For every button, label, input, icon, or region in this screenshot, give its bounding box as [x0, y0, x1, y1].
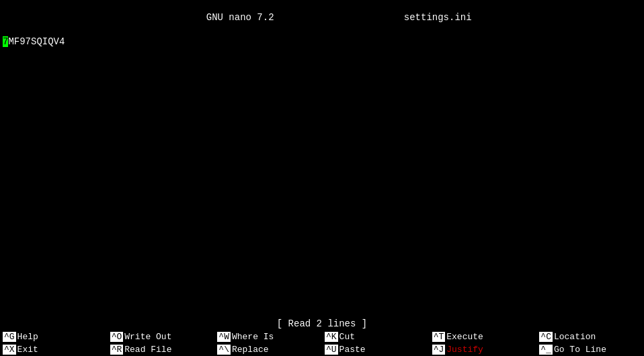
shortcut-replace[interactable]: ^\ Replace: [214, 343, 322, 356]
app-name: GNU nano 7.2: [195, 12, 274, 23]
shortcut-key-read-file: ^R: [110, 345, 124, 355]
shortcut-label-write-out: Write Out: [124, 332, 171, 342]
shortcut-label-justify: Justify: [446, 345, 483, 355]
status-message: [ Read 2 lines ]: [277, 318, 367, 329]
shortcut-write-out[interactable]: ^O Write Out: [108, 330, 215, 343]
editor-area[interactable]: 7MF97SQIQV4: [0, 35, 644, 317]
shortcut-label-help: Help: [17, 332, 38, 342]
shortcut-exit[interactable]: ^X Exit: [0, 343, 108, 356]
shortcut-key-cut: ^K: [325, 332, 338, 342]
shortcut-bar: ^G Help ^O Write Out ^W Where Is ^K Cut …: [0, 330, 644, 356]
shortcut-read-file[interactable]: ^R Read File: [108, 343, 215, 356]
shortcut-key-help: ^G: [3, 332, 16, 342]
filename: settings.ini: [274, 12, 472, 23]
shortcut-key-replace: ^\: [217, 345, 231, 355]
editor-line-text: MF97SQIQV4: [8, 36, 65, 47]
shortcut-label-exit: Exit: [17, 345, 38, 355]
title-bar: GNU nano 7.2 settings.ini: [0, 0, 644, 35]
shortcut-key-where-is: ^W: [217, 332, 231, 342]
shortcut-paste[interactable]: ^U Paste: [322, 343, 430, 356]
shortcut-location[interactable]: ^C Location: [536, 330, 644, 343]
shortcut-key-write-out: ^O: [110, 332, 124, 342]
shortcut-key-location: ^C: [539, 332, 553, 342]
shortcut-justify[interactable]: ^J Justify: [430, 343, 537, 356]
shortcut-help[interactable]: ^G Help: [0, 330, 108, 343]
shortcut-label-read-file: Read File: [124, 345, 171, 355]
shortcut-where-is[interactable]: ^W Where Is: [214, 330, 322, 343]
shortcut-key-exit: ^X: [3, 345, 16, 355]
shortcut-label-location: Location: [554, 332, 596, 342]
shortcut-label-replace: Replace: [232, 345, 269, 355]
shortcut-label-go-to-line: Go To Line: [554, 345, 606, 355]
editor-content: 7MF97SQIQV4: [3, 36, 641, 47]
shortcut-go-to-line[interactable]: ^_ Go To Line: [536, 343, 644, 356]
shortcut-label-paste: Paste: [339, 345, 366, 355]
shortcut-cut[interactable]: ^K Cut: [322, 330, 430, 343]
shortcut-label-where-is: Where Is: [232, 332, 274, 342]
app: GNU nano 7.2 settings.ini 7MF97SQIQV4 [ …: [0, 0, 644, 356]
shortcut-label-execute: Execute: [446, 332, 483, 342]
status-bar: [ Read 2 lines ]: [0, 317, 644, 330]
shortcut-key-justify: ^J: [432, 345, 446, 355]
shortcut-key-go-to-line: ^_: [539, 345, 553, 355]
shortcut-execute[interactable]: ^T Execute: [430, 330, 537, 343]
shortcut-label-cut: Cut: [339, 332, 355, 342]
shortcut-key-execute: ^T: [432, 332, 446, 342]
shortcut-key-paste: ^U: [325, 345, 338, 355]
